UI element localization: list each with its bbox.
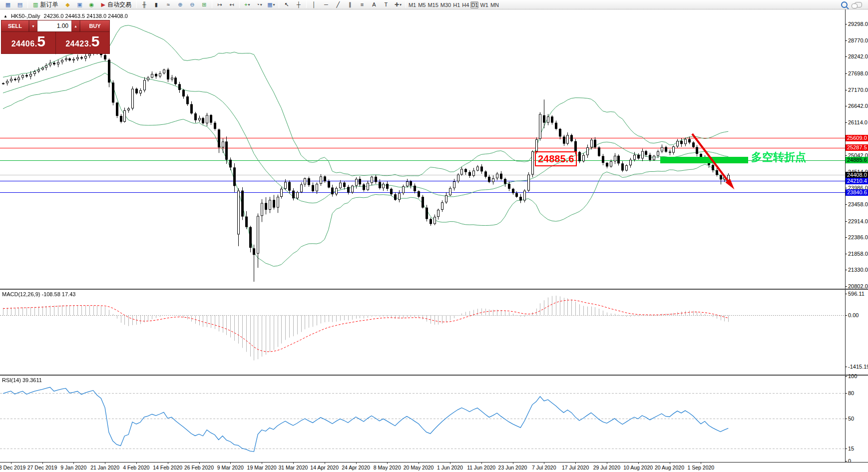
horizontal-support-line-23840[interactable] xyxy=(0,192,845,193)
autotrading-button[interactable]: ▶自动交易 xyxy=(98,0,134,9)
line-chart-mode-icon[interactable]: ≈ xyxy=(163,0,174,9)
price-tick-label: 23458.0 xyxy=(848,201,868,208)
templates-button: ▦ xyxy=(267,0,272,9)
price-badge-25609-0: 25609.0 xyxy=(846,135,868,141)
new-order-button[interactable]: ▥新订单 xyxy=(30,0,61,9)
symbol-ohlc-values: 24236.0 24463.5 24138.0 24408.0 xyxy=(44,13,128,19)
arrow-objects-icon[interactable]: ✚▾ xyxy=(393,0,404,9)
sell-price[interactable]: 24406.5 xyxy=(1,32,56,54)
price-chart-canvas[interactable] xyxy=(0,9,845,462)
price-callout-box[interactable]: 24885.6 xyxy=(535,151,577,166)
cursor-icon: ↖ xyxy=(284,0,289,9)
periods-button[interactable]: ◔▾ xyxy=(254,0,265,9)
date-tick xyxy=(607,463,607,464)
volume-stepper-up[interactable]: ▲ xyxy=(71,20,80,31)
timeframe-mn[interactable]: MN xyxy=(490,1,499,8)
buy-button[interactable]: BUY xyxy=(80,20,109,31)
chart-shift-icon: ↤ xyxy=(229,0,234,9)
price-badge-23840-6: 23840.6 xyxy=(846,189,868,196)
sell-button[interactable]: SELL xyxy=(1,20,29,31)
zoom-out-icon[interactable]: ⊖ xyxy=(187,0,198,9)
chevron-down-icon: ▾ xyxy=(273,0,275,9)
toolbar-separator xyxy=(212,0,212,8)
toolbar-separator xyxy=(27,0,28,8)
fibonacci-icon[interactable]: ≡ xyxy=(357,0,368,9)
cursor-icon[interactable]: ↖ xyxy=(281,0,292,9)
date-tick xyxy=(450,463,450,464)
text-icon[interactable]: A xyxy=(369,0,380,9)
chart-symbol-header: ▲ HK50-,Daily 24236.0 24463.5 24138.0 24… xyxy=(3,13,128,19)
rsi-axis-label: 15 xyxy=(848,445,854,452)
volume-stepper-down[interactable]: ▼ xyxy=(29,20,37,31)
collapse-panel-icon[interactable]: ▲ xyxy=(3,14,7,18)
data-window-icon[interactable]: ▤ xyxy=(14,0,25,9)
equidistant-channel-icon: ∥ xyxy=(349,0,352,9)
price-tick-label: 27698.0 xyxy=(848,70,868,77)
date-tick xyxy=(575,463,576,464)
main-macd-pane-separator[interactable] xyxy=(0,289,868,290)
buy-price-pip: 5 xyxy=(91,35,100,48)
macd-indicator-label: MACD(12,26,9) -108.58 17.43 xyxy=(2,291,75,297)
date-tick xyxy=(419,463,419,464)
price-tick-label: 26642.0 xyxy=(848,102,868,109)
pivot-text-label[interactable]: 多空转折点 xyxy=(751,150,806,165)
zoom-in-icon[interactable]: ⊕ xyxy=(175,0,186,9)
sell-price-pip: 5 xyxy=(37,35,45,48)
buy-price[interactable]: 24423.5 xyxy=(56,32,110,54)
toolbar-buttons: ▦▤▥新订单◆▣◉▶自动交易╫▮≈⊕⊖⊞↦↤+▾◔▾▦▾↖┼│─╱∥≡AT✚▾ xyxy=(2,0,408,9)
date-tick xyxy=(638,463,639,464)
horizontal-line-icon[interactable]: ─ xyxy=(321,0,332,9)
timeframe-m30[interactable]: M30 xyxy=(440,1,451,8)
news-icon[interactable]: ◉ xyxy=(86,0,97,9)
macd-axis-label: -1415.19 xyxy=(848,363,868,370)
toolbar-separator xyxy=(279,0,279,8)
zoom-out-icon: ⊖ xyxy=(190,0,194,9)
crosshair-icon: ┼ xyxy=(297,0,301,9)
arrow-objects-icon: ✚ xyxy=(395,0,399,9)
crosshair-icon[interactable]: ┼ xyxy=(293,0,304,9)
vertical-line-icon[interactable]: │ xyxy=(309,0,320,9)
mailbox-icon: ▣ xyxy=(77,0,82,9)
bar-chart-mode-icon[interactable]: ╫ xyxy=(139,0,150,9)
timeframe-h1[interactable]: H1 xyxy=(452,1,460,8)
date-tick xyxy=(670,463,670,464)
chart-window-icon[interactable]: ▦ xyxy=(2,0,13,9)
timeframe-w1[interactable]: W1 xyxy=(479,1,489,8)
symbol-title: HK50-,Daily xyxy=(11,13,40,19)
candlestick-mode-icon[interactable]: ▮ xyxy=(151,0,162,9)
down-trend-arrow[interactable] xyxy=(692,134,730,184)
price-tick-label: 22386.0 xyxy=(848,234,868,241)
text-label-icon[interactable]: T xyxy=(381,0,392,9)
timeframe-m15[interactable]: M15 xyxy=(427,1,438,8)
search-icon[interactable] xyxy=(841,1,848,8)
timeframe-h4[interactable]: H4 xyxy=(461,1,469,8)
mt4-terminal-window: ▦▤▥新订单◆▣◉▶自动交易╫▮≈⊕⊖⊞↦↤+▾◔▾▦▾↖┼│─╱∥≡AT✚▾ … xyxy=(0,0,868,472)
chevron-down-icon: ▾ xyxy=(260,0,262,9)
timeframe-m5[interactable]: M5 xyxy=(418,1,426,8)
timeframe-d1[interactable]: D1 xyxy=(470,1,478,8)
templates-button[interactable]: ▦▾ xyxy=(266,0,277,9)
equidistant-channel-icon[interactable]: ∥ xyxy=(345,0,356,9)
community-chat-icon[interactable] xyxy=(855,2,862,7)
metaeditor-icon[interactable]: ◆ xyxy=(62,0,73,9)
indicators-button[interactable]: +▾ xyxy=(242,0,253,9)
trendline-icon[interactable]: ╱ xyxy=(333,0,344,9)
chart-shift-icon[interactable]: ↤ xyxy=(226,0,237,9)
auto-scroll-icon[interactable]: ↦ xyxy=(214,0,225,9)
mailbox-icon[interactable]: ▣ xyxy=(74,0,85,9)
date-tick xyxy=(701,463,701,464)
price-tick-label: 29298.0 xyxy=(848,20,868,27)
date-tick xyxy=(168,463,168,464)
price-badge-24885-6: 24885.6 xyxy=(846,157,868,163)
price-tick-label: 22914.0 xyxy=(848,218,868,225)
tile-windows-icon[interactable]: ⊞ xyxy=(199,0,210,9)
price-tick-label: 26114.0 xyxy=(848,119,868,126)
macd-rsi-pane-separator[interactable] xyxy=(0,375,868,376)
horizontal-line-icon: ─ xyxy=(324,0,328,9)
volume-input[interactable] xyxy=(37,20,71,31)
price-badge-24408-0: 24408.0 xyxy=(846,172,868,178)
date-axis[interactable]: 13 Dec 201927 Dec 20199 Jan 202021 Jan 2… xyxy=(0,462,868,472)
timeframe-m1[interactable]: M1 xyxy=(408,1,417,8)
metaeditor-icon: ◆ xyxy=(65,0,69,9)
price-scale[interactable]: 29298.028770.028242.027698.027170.026642… xyxy=(845,9,868,462)
